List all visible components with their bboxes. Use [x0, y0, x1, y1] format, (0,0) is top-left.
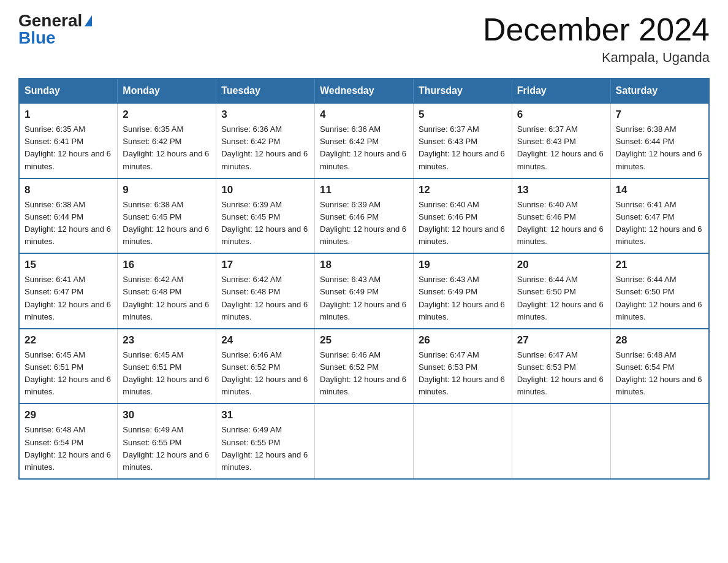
day-info: Sunrise: 6:47 AMSunset: 6:53 PMDaylight:…: [517, 350, 604, 396]
day-number: 13: [517, 184, 605, 196]
day-cell-5: 5 Sunrise: 6:37 AMSunset: 6:43 PMDayligh…: [413, 103, 512, 178]
day-cell-20: 20 Sunrise: 6:44 AMSunset: 6:50 PMDaylig…: [512, 253, 610, 329]
calendar-header-row: SundayMondayTuesdayWednesdayThursdayFrid…: [19, 79, 709, 103]
day-number: 17: [221, 259, 309, 271]
logo-blue-text: Blue: [18, 29, 56, 47]
day-info: Sunrise: 6:39 AMSunset: 6:45 PMDaylight:…: [221, 200, 308, 246]
logo-general-text: General: [18, 12, 82, 29]
day-info: Sunrise: 6:43 AMSunset: 6:49 PMDaylight:…: [320, 275, 406, 321]
day-info: Sunrise: 6:42 AMSunset: 6:48 PMDaylight:…: [123, 275, 209, 321]
day-number: 29: [25, 409, 112, 421]
day-number: 15: [25, 259, 112, 271]
day-cell-21: 21 Sunrise: 6:44 AMSunset: 6:50 PMDaylig…: [610, 253, 709, 329]
day-info: Sunrise: 6:37 AMSunset: 6:43 PMDaylight:…: [517, 124, 604, 170]
day-cell-8: 8 Sunrise: 6:38 AMSunset: 6:44 PMDayligh…: [19, 178, 118, 254]
day-number: 19: [419, 259, 507, 271]
day-number: 2: [123, 109, 211, 121]
day-info: Sunrise: 6:40 AMSunset: 6:46 PMDaylight:…: [419, 200, 505, 246]
day-cell-17: 17 Sunrise: 6:42 AMSunset: 6:48 PMDaylig…: [216, 253, 315, 329]
header-sunday: Sunday: [19, 79, 118, 103]
day-info: Sunrise: 6:49 AMSunset: 6:55 PMDaylight:…: [123, 425, 209, 471]
empty-cell: [512, 404, 610, 479]
empty-cell: [610, 404, 709, 479]
day-cell-24: 24 Sunrise: 6:46 AMSunset: 6:52 PMDaylig…: [216, 329, 315, 404]
day-number: 21: [616, 259, 703, 271]
day-cell-11: 11 Sunrise: 6:39 AMSunset: 6:46 PMDaylig…: [315, 178, 414, 254]
header-wednesday: Wednesday: [315, 79, 414, 103]
day-info: Sunrise: 6:41 AMSunset: 6:47 PMDaylight:…: [25, 275, 111, 321]
header-monday: Monday: [118, 79, 216, 103]
day-info: Sunrise: 6:48 AMSunset: 6:54 PMDaylight:…: [616, 350, 702, 396]
day-number: 7: [616, 109, 703, 121]
day-number: 28: [616, 334, 703, 347]
day-info: Sunrise: 6:44 AMSunset: 6:50 PMDaylight:…: [517, 275, 604, 321]
day-number: 5: [419, 109, 507, 121]
day-number: 30: [123, 409, 211, 421]
day-info: Sunrise: 6:42 AMSunset: 6:48 PMDaylight:…: [221, 275, 308, 321]
week-row-1: 8 Sunrise: 6:38 AMSunset: 6:44 PMDayligh…: [19, 178, 709, 254]
day-number: 3: [221, 109, 309, 121]
day-cell-30: 30 Sunrise: 6:49 AMSunset: 6:55 PMDaylig…: [118, 404, 216, 479]
week-row-0: 1 Sunrise: 6:35 AMSunset: 6:41 PMDayligh…: [19, 103, 709, 178]
day-info: Sunrise: 6:46 AMSunset: 6:52 PMDaylight:…: [320, 350, 406, 396]
day-number: 31: [221, 409, 309, 421]
day-number: 1: [25, 109, 112, 121]
logo-triangle-icon: [85, 15, 92, 26]
day-number: 14: [616, 184, 703, 196]
day-number: 26: [419, 334, 507, 347]
page-header: General Blue December 2024 Kampala, Ugan…: [18, 12, 710, 66]
day-cell-13: 13 Sunrise: 6:40 AMSunset: 6:46 PMDaylig…: [512, 178, 610, 254]
day-info: Sunrise: 6:38 AMSunset: 6:44 PMDaylight:…: [616, 124, 702, 170]
day-info: Sunrise: 6:38 AMSunset: 6:44 PMDaylight:…: [25, 200, 111, 246]
day-cell-14: 14 Sunrise: 6:41 AMSunset: 6:47 PMDaylig…: [610, 178, 709, 254]
day-info: Sunrise: 6:35 AMSunset: 6:42 PMDaylight:…: [123, 124, 209, 170]
day-cell-12: 12 Sunrise: 6:40 AMSunset: 6:46 PMDaylig…: [413, 178, 512, 254]
day-cell-2: 2 Sunrise: 6:35 AMSunset: 6:42 PMDayligh…: [118, 103, 216, 178]
day-cell-31: 31 Sunrise: 6:49 AMSunset: 6:55 PMDaylig…: [216, 404, 315, 479]
day-number: 22: [25, 334, 112, 347]
calendar-table: SundayMondayTuesdayWednesdayThursdayFrid…: [18, 78, 710, 480]
day-cell-22: 22 Sunrise: 6:45 AMSunset: 6:51 PMDaylig…: [19, 329, 118, 404]
day-cell-6: 6 Sunrise: 6:37 AMSunset: 6:43 PMDayligh…: [512, 103, 610, 178]
day-number: 11: [320, 184, 408, 196]
day-info: Sunrise: 6:35 AMSunset: 6:41 PMDaylight:…: [25, 124, 111, 170]
day-info: Sunrise: 6:47 AMSunset: 6:53 PMDaylight:…: [419, 350, 505, 396]
day-cell-28: 28 Sunrise: 6:48 AMSunset: 6:54 PMDaylig…: [610, 329, 709, 404]
day-info: Sunrise: 6:45 AMSunset: 6:51 PMDaylight:…: [25, 350, 111, 396]
day-number: 27: [517, 334, 605, 347]
day-info: Sunrise: 6:44 AMSunset: 6:50 PMDaylight:…: [616, 275, 702, 321]
header-saturday: Saturday: [610, 79, 709, 103]
header-thursday: Thursday: [413, 79, 512, 103]
day-info: Sunrise: 6:46 AMSunset: 6:52 PMDaylight:…: [221, 350, 308, 396]
day-cell-18: 18 Sunrise: 6:43 AMSunset: 6:49 PMDaylig…: [315, 253, 414, 329]
day-cell-23: 23 Sunrise: 6:45 AMSunset: 6:51 PMDaylig…: [118, 329, 216, 404]
empty-cell: [315, 404, 414, 479]
day-number: 6: [517, 109, 605, 121]
empty-cell: [413, 404, 512, 479]
day-number: 4: [320, 109, 408, 121]
day-info: Sunrise: 6:39 AMSunset: 6:46 PMDaylight:…: [320, 200, 406, 246]
day-cell-1: 1 Sunrise: 6:35 AMSunset: 6:41 PMDayligh…: [19, 103, 118, 178]
day-info: Sunrise: 6:38 AMSunset: 6:45 PMDaylight:…: [123, 200, 209, 246]
day-info: Sunrise: 6:43 AMSunset: 6:49 PMDaylight:…: [419, 275, 505, 321]
day-cell-10: 10 Sunrise: 6:39 AMSunset: 6:45 PMDaylig…: [216, 178, 315, 254]
day-info: Sunrise: 6:37 AMSunset: 6:43 PMDaylight:…: [419, 124, 505, 170]
day-cell-9: 9 Sunrise: 6:38 AMSunset: 6:45 PMDayligh…: [118, 178, 216, 254]
day-number: 10: [221, 184, 309, 196]
day-info: Sunrise: 6:48 AMSunset: 6:54 PMDaylight:…: [25, 425, 111, 471]
day-number: 24: [221, 334, 309, 347]
title-block: December 2024 Kampala, Uganda: [483, 12, 710, 66]
location: Kampala, Uganda: [483, 50, 710, 66]
header-tuesday: Tuesday: [216, 79, 315, 103]
day-cell-19: 19 Sunrise: 6:43 AMSunset: 6:49 PMDaylig…: [413, 253, 512, 329]
day-info: Sunrise: 6:49 AMSunset: 6:55 PMDaylight:…: [221, 425, 308, 471]
day-info: Sunrise: 6:40 AMSunset: 6:46 PMDaylight:…: [517, 200, 604, 246]
day-number: 9: [123, 184, 211, 196]
day-info: Sunrise: 6:36 AMSunset: 6:42 PMDaylight:…: [320, 124, 406, 170]
logo: General Blue: [18, 12, 92, 47]
day-number: 18: [320, 259, 408, 271]
day-info: Sunrise: 6:45 AMSunset: 6:51 PMDaylight:…: [123, 350, 209, 396]
day-number: 12: [419, 184, 507, 196]
month-title: December 2024: [483, 12, 710, 47]
day-cell-15: 15 Sunrise: 6:41 AMSunset: 6:47 PMDaylig…: [19, 253, 118, 329]
